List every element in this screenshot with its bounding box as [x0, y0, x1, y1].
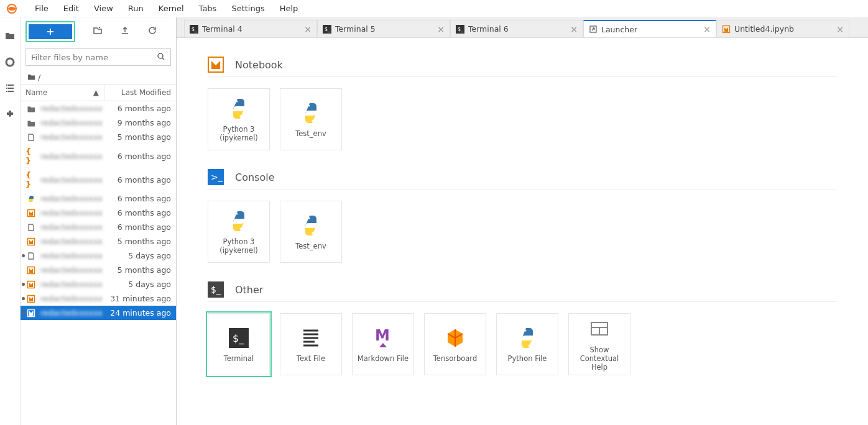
- svg-point-26: [308, 217, 310, 219]
- card-label: Tensorboard: [433, 354, 477, 363]
- running-indicator-icon: [22, 254, 25, 257]
- close-icon[interactable]: ×: [304, 24, 312, 34]
- file-modified: 5 days ago: [103, 280, 171, 289]
- file-row[interactable]: redactedxxxxxx6 months ago: [21, 191, 176, 206]
- file-row[interactable]: redactedxxxxxx6 months ago: [21, 206, 176, 220]
- launcher-card-python-3[interactable]: Python 3(ipykernel): [208, 201, 270, 263]
- filter-input[interactable]: [31, 53, 157, 62]
- upload-icon[interactable]: [120, 25, 130, 38]
- file-modified: 6 months ago: [103, 104, 171, 113]
- svg-point-27: [312, 232, 314, 234]
- svg-point-19: [240, 116, 242, 117]
- rail-folder-icon[interactable]: [4, 30, 16, 42]
- file-row[interactable]: redactedxxxxxx31 minutes ago: [21, 291, 176, 306]
- nb-section-icon: [208, 57, 224, 73]
- card-label: Markdown File: [358, 354, 409, 363]
- new-launcher-button[interactable]: [29, 24, 72, 39]
- textfile-icon: [298, 326, 323, 350]
- file-row[interactable]: redactedxxxxxx5 months ago: [21, 130, 176, 144]
- menu-run[interactable]: Run: [121, 1, 151, 16]
- svg-text:$_: $_: [325, 27, 331, 32]
- tab-terminal-4[interactable]: $_Terminal 4×: [184, 20, 317, 37]
- card-label: Test_env: [295, 129, 326, 138]
- filter-box[interactable]: [25, 48, 171, 66]
- terminal-icon: $_: [323, 25, 331, 34]
- launcher-card-text-file[interactable]: Text File: [280, 313, 342, 375]
- rail-running-icon[interactable]: [4, 56, 16, 68]
- file-modified: 6 months ago: [103, 222, 171, 232]
- close-icon[interactable]: ×: [836, 24, 844, 34]
- tab-terminal-6[interactable]: $_Terminal 6×: [450, 20, 583, 37]
- launcher-card-test-env[interactable]: Test_env: [280, 88, 342, 150]
- launcher-card-python-3[interactable]: Python 3(ipykernel): [208, 88, 270, 150]
- section-title: Console: [235, 171, 275, 183]
- launcher-card-terminal[interactable]: $_Terminal: [208, 313, 270, 375]
- file-row[interactable]: redactedxxxxxx5 months ago: [21, 263, 176, 277]
- folder-icon: [27, 72, 35, 83]
- breadcrumb[interactable]: /: [21, 71, 176, 84]
- file-modified: 6 months ago: [103, 152, 171, 161]
- file-row[interactable]: redactedxxxxxx24 minutes ago: [21, 306, 176, 320]
- file-row[interactable]: redactedxxxxxx6 months ago: [21, 101, 176, 116]
- markdown-icon: M: [371, 326, 395, 350]
- file-row[interactable]: redactedxxxxxx5 days ago: [21, 249, 176, 263]
- file-modified: 5 days ago: [103, 251, 171, 260]
- menu-view[interactable]: View: [86, 1, 121, 16]
- column-name[interactable]: Name ▲: [21, 85, 104, 101]
- file-name: redactedxxxxxx: [40, 104, 103, 113]
- file-name: redactedxxxxxx: [40, 251, 103, 260]
- file-modified: 5 months ago: [103, 237, 171, 246]
- other-section-icon: $_: [208, 281, 224, 298]
- python-icon: [226, 96, 251, 121]
- card-label: Show ContextualHelp: [573, 345, 626, 372]
- launcher-card-python-file[interactable]: Python File: [496, 313, 558, 375]
- section-title: Notebook: [235, 59, 283, 71]
- launcher-section-other: $_Other$_TerminalText FileMMarkdown File…: [208, 281, 837, 375]
- python-icon: [298, 213, 323, 238]
- close-icon[interactable]: ×: [570, 24, 578, 34]
- menu-settings[interactable]: Settings: [224, 1, 272, 16]
- menu-help[interactable]: Help: [272, 1, 306, 16]
- svg-point-33: [525, 330, 527, 332]
- file-row[interactable]: { }redactedxxxxxx6 months ago: [21, 168, 176, 191]
- new-launcher-highlight: [25, 21, 75, 42]
- tab-label: Terminal 5: [335, 24, 433, 34]
- file-row[interactable]: redactedxxxxxx5 months ago: [21, 234, 176, 249]
- file-header: Name ▲ Last Modified: [21, 84, 176, 101]
- file-name: redactedxxxxxx: [40, 222, 103, 232]
- column-modified[interactable]: Last Modified: [104, 85, 176, 101]
- launcher-card-show-contextual[interactable]: Show ContextualHelp: [568, 313, 630, 375]
- tab-untitled4-ipynb[interactable]: Untitled4.ipynb×: [716, 20, 849, 37]
- close-icon[interactable]: ×: [703, 24, 711, 34]
- rail-extensions-icon[interactable]: [4, 108, 16, 121]
- launcher-card-test-env[interactable]: Test_env: [280, 201, 342, 263]
- py-icon: [25, 194, 37, 203]
- file-row[interactable]: { }redactedxxxxxx6 months ago: [21, 144, 176, 168]
- file-modified: 6 months ago: [103, 175, 171, 185]
- launcher-card-markdown-file[interactable]: MMarkdown File: [352, 313, 414, 375]
- rail-toc-icon[interactable]: [4, 82, 16, 94]
- tab-label: Terminal 4: [202, 24, 300, 34]
- breadcrumb-root[interactable]: /: [38, 73, 40, 82]
- menu-kernel[interactable]: Kernel: [151, 1, 192, 16]
- tab-terminal-5[interactable]: $_Terminal 5×: [317, 20, 450, 37]
- file-row[interactable]: redactedxxxxxx5 days ago: [21, 277, 176, 291]
- file-modified: 9 months ago: [103, 118, 171, 127]
- file-row[interactable]: redactedxxxxxx6 months ago: [21, 220, 176, 234]
- file-name: redactedxxxxxx: [40, 280, 103, 289]
- launcher-content: NotebookPython 3(ipykernel)Test_env>_Con…: [177, 37, 868, 425]
- refresh-icon[interactable]: [147, 25, 157, 38]
- new-folder-icon[interactable]: [93, 25, 103, 38]
- menu-edit[interactable]: Edit: [56, 1, 86, 16]
- file-modified: 6 months ago: [103, 208, 171, 217]
- file-name: redactedxxxxxx: [40, 294, 103, 303]
- tab-launcher[interactable]: Launcher×: [583, 20, 716, 37]
- nb-icon: [722, 25, 731, 34]
- nb-icon: [25, 237, 37, 246]
- menu-file[interactable]: File: [27, 1, 56, 16]
- file-icon: [25, 223, 37, 232]
- menu-tabs[interactable]: Tabs: [192, 1, 224, 16]
- file-row[interactable]: redactedxxxxxx9 months ago: [21, 116, 176, 130]
- close-icon[interactable]: ×: [437, 24, 445, 34]
- launcher-card-tensorboard[interactable]: Tensorboard: [424, 313, 486, 375]
